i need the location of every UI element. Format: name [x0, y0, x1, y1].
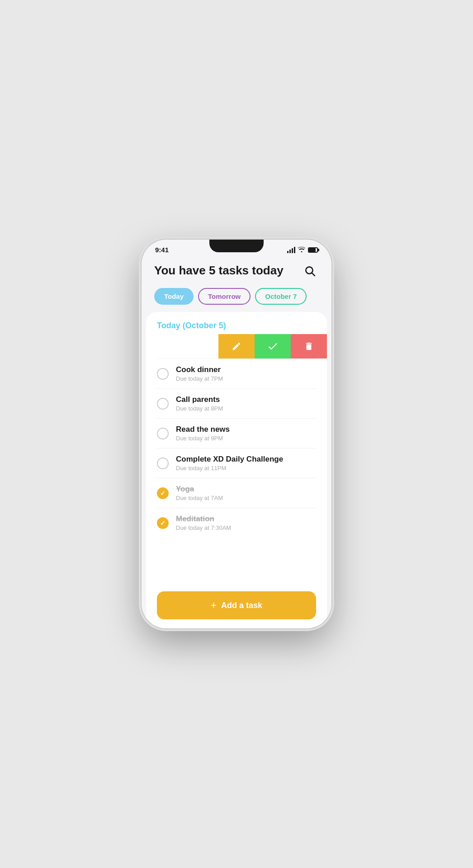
task-info-1: Cook dinner Due today at 7PM — [176, 365, 316, 382]
tab-tomorrow[interactable]: Tomorrow — [198, 288, 251, 305]
task-checkbox-1[interactable] — [157, 368, 169, 380]
phone-frame: 9:41 — [142, 240, 331, 628]
task-name-4: Complete XD Daily Challenge — [176, 455, 316, 464]
task-due-4: Due today at 11PM — [176, 465, 316, 472]
task-due-1: Due today at 7PM — [176, 375, 316, 382]
add-task-label: Add a task — [221, 601, 262, 610]
swipe-delete-action[interactable] — [291, 334, 327, 359]
task-name-2: Call parents — [176, 395, 316, 404]
task-item: Complete XD Daily Challenge Due today at… — [146, 448, 327, 478]
spacer — [146, 538, 327, 584]
app-content: You have 5 tasks today Today Tomorrow Oc… — [142, 257, 331, 628]
status-icons — [287, 246, 318, 254]
phone-inner: 9:41 — [142, 240, 331, 628]
wifi-icon — [298, 246, 305, 254]
tab-row: Today Tomorrow October 7 — [154, 288, 319, 305]
battery-icon — [308, 247, 318, 253]
signal-icon — [287, 247, 295, 253]
task-checkbox-3[interactable] — [157, 428, 169, 439]
title-count: 5 — [209, 264, 215, 277]
swiped-task-name: ink" — [146, 342, 208, 351]
trash-icon — [304, 341, 314, 351]
task-info-4: Complete XD Daily Challenge Due today at… — [176, 455, 316, 472]
task-due-3: Due today at 9PM — [176, 435, 316, 442]
task-checkbox-4[interactable] — [157, 458, 169, 469]
task-item: Meditation Due today at 7:30AM — [146, 508, 327, 538]
title-post: tasks today — [215, 264, 283, 277]
tab-today[interactable]: Today — [154, 288, 194, 305]
section-title: Today (October 5) — [146, 321, 327, 334]
task-checkbox-5[interactable] — [157, 487, 169, 499]
task-checkbox-6[interactable] — [157, 517, 169, 529]
task-info-swiped: ink" — [146, 342, 208, 351]
task-item: Cook dinner Due today at 7PM — [146, 359, 327, 388]
header: You have 5 tasks today Today Tomorrow Oc… — [142, 257, 331, 312]
task-item: Yoga Due today at 7AM — [146, 478, 327, 508]
tab-october[interactable]: October 7 — [255, 288, 307, 305]
status-bar: 9:41 — [142, 240, 331, 257]
edit-icon — [232, 341, 241, 351]
task-info-3: Read the news Due today at 9PM — [176, 425, 316, 442]
add-task-button[interactable]: + Add a task — [157, 591, 316, 619]
task-info-2: Call parents Due today at 8PM — [176, 395, 316, 412]
swiped-task-item: ink" — [146, 334, 218, 359]
task-item: Read the news Due today at 9PM — [146, 419, 327, 448]
notch — [209, 240, 264, 252]
task-name-5: Yoga — [176, 485, 316, 494]
header-top: You have 5 tasks today — [154, 262, 319, 280]
add-task-plus: + — [211, 599, 217, 611]
task-name-1: Cook dinner — [176, 365, 316, 374]
page-title: You have 5 tasks today — [154, 264, 284, 278]
status-time: 9:41 — [155, 246, 169, 254]
task-item: Call parents Due today at 8PM — [146, 389, 327, 418]
search-button[interactable] — [301, 262, 319, 280]
task-container: Today (October 5) — [146, 312, 327, 628]
swipe-actions — [218, 334, 327, 359]
task-info-5: Yoga Due today at 7AM — [176, 485, 316, 501]
task-info-6: Meditation Due today at 7:30AM — [176, 514, 316, 531]
swiped-task-container: ink" — [146, 334, 327, 359]
task-due-2: Due today at 8PM — [176, 405, 316, 412]
swipe-edit-action[interactable] — [218, 334, 255, 359]
task-due-6: Due today at 7:30AM — [176, 524, 316, 531]
check-icon — [267, 340, 279, 352]
task-checkbox-2[interactable] — [157, 398, 169, 410]
task-name-3: Read the news — [176, 425, 316, 434]
swipe-complete-action[interactable] — [255, 334, 291, 359]
svg-line-1 — [312, 273, 315, 276]
title-pre: You have — [154, 264, 209, 277]
task-name-6: Meditation — [176, 514, 316, 524]
task-due-5: Due today at 7AM — [176, 495, 316, 501]
